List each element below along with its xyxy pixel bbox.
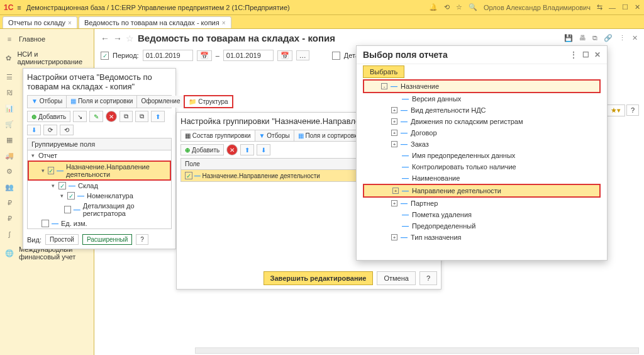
maximize-icon[interactable]: ☐: [622, 3, 628, 11]
field-row[interactable]: -—Назначение: [363, 79, 601, 93]
tree-row-ed[interactable]: —Ед. изм.: [28, 218, 171, 228]
maximize-icon[interactable]: ☐: [582, 50, 589, 59]
tab-close-icon[interactable]: ×: [68, 20, 72, 26]
field-row[interactable]: —Пометка удаления: [363, 209, 601, 220]
add-button[interactable]: ⊕Добавить: [180, 144, 224, 155]
forward-icon[interactable]: →: [113, 33, 122, 43]
tab-reports[interactable]: Отчеты по складу ×: [3, 16, 77, 28]
expand-icon[interactable]: +: [392, 188, 399, 194]
field-row[interactable]: —Наименование: [363, 172, 601, 184]
close-icon[interactable]: ✕: [594, 50, 601, 59]
copy2-button[interactable]: ⧉: [135, 111, 148, 122]
tab-composition[interactable]: ▦ Состав группировки: [181, 130, 255, 141]
done-button[interactable]: Завершить редактирование: [264, 271, 374, 285]
cancel-button[interactable]: Отмена: [377, 271, 415, 285]
more-icon[interactable]: ⋮: [619, 34, 626, 42]
advanced-mode-button[interactable]: Расширенный: [82, 234, 132, 245]
add-button[interactable]: ⊕Добавить: [27, 111, 70, 122]
copy-button[interactable]: ⧉: [119, 111, 133, 122]
expand-icon[interactable]: +: [391, 141, 397, 147]
tab-filters[interactable]: ▼ Отборы: [28, 96, 67, 108]
field-row[interactable]: —Версия данных: [363, 93, 601, 104]
help-button[interactable]: ?: [136, 234, 148, 245]
expand-icon[interactable]: +: [391, 107, 397, 113]
save-icon[interactable]: 💾: [564, 34, 573, 42]
close-icon[interactable]: ✕: [635, 3, 640, 11]
group-button[interactable]: ↘: [73, 111, 87, 122]
extra1-button[interactable]: ⟳: [43, 125, 57, 135]
more-icon[interactable]: ⋮: [570, 50, 577, 59]
period-select-icon[interactable]: …: [296, 50, 309, 60]
sidebar-item-nsi[interactable]: ✿НСИ и администрирование: [0, 47, 94, 69]
expand-icon[interactable]: +: [391, 118, 397, 125]
minimize-icon[interactable]: —: [609, 4, 616, 11]
dash-icon: —: [401, 106, 408, 114]
field-row[interactable]: +—Заказ: [363, 138, 601, 150]
field-row[interactable]: +—Договор: [363, 127, 601, 138]
help-button[interactable]: ?: [626, 104, 639, 116]
up-button[interactable]: ⬆: [151, 111, 165, 122]
field-row[interactable]: —Контролировать только наличие: [363, 161, 601, 172]
sidebar-item-main[interactable]: ≡Главное: [0, 31, 94, 47]
field-label: Пометка удаления: [412, 211, 472, 218]
tab-fields[interactable]: ▦ Поля и сортировки: [294, 130, 364, 141]
field-row[interactable]: +—Движения по складским регистрам: [363, 116, 601, 127]
expand-icon[interactable]: +: [391, 130, 397, 136]
expand-icon[interactable]: -: [381, 83, 387, 89]
search-icon[interactable]: 🔍: [469, 3, 477, 11]
tab-structure[interactable]: 📁 Структура: [184, 95, 233, 108]
fav-button[interactable]: ★▾: [606, 104, 625, 116]
field-row[interactable]: —Предопределенный: [363, 220, 601, 232]
tree-row-sklad[interactable]: ▾—Склад: [28, 181, 171, 191]
date-to-input[interactable]: 01.01.2019: [223, 50, 274, 61]
link-icon[interactable]: 🔗: [604, 34, 613, 42]
field-label: Договор: [411, 129, 437, 137]
bell-icon[interactable]: 🔔: [429, 3, 438, 11]
tab-close-icon[interactable]: ×: [222, 20, 226, 26]
print-icon[interactable]: 🖶: [579, 34, 586, 42]
more-icon[interactable]: ⇆: [597, 3, 602, 11]
delete-button[interactable]: ✕: [226, 144, 238, 155]
field-row[interactable]: —Имя предопределенных данных: [363, 150, 601, 161]
calendar-icon[interactable]: 📅: [197, 50, 212, 61]
expand-icon[interactable]: +: [391, 234, 397, 240]
user-label[interactable]: Орлов Александр Владимирович: [484, 4, 591, 11]
fav-icon[interactable]: ☆: [126, 33, 134, 43]
row-checkbox[interactable]: [185, 172, 192, 179]
edit-button[interactable]: ✎: [89, 111, 103, 122]
star-icon[interactable]: ☆: [456, 3, 462, 11]
field-row[interactable]: +—Тип назначения: [363, 232, 601, 243]
field-row[interactable]: +—Вид деятельности НДС: [363, 104, 601, 116]
tree-row-naznach[interactable]: ▾—Назначение.Направление деятельности: [28, 161, 171, 181]
expand-icon[interactable]: +: [391, 200, 397, 206]
tree-row-detal[interactable]: —Детализация до регистратора: [28, 201, 171, 218]
tab-design[interactable]: Оформление: [137, 96, 184, 108]
tab-filters[interactable]: ▼ Отборы: [255, 130, 294, 141]
extra2-button[interactable]: ⟲: [60, 125, 74, 135]
detail-checkbox[interactable]: [332, 52, 340, 60]
horizontal-scrollbar[interactable]: [195, 347, 639, 354]
back-icon[interactable]: ←: [101, 33, 109, 43]
delete-button[interactable]: ✕: [106, 111, 117, 122]
close-page-icon[interactable]: ✕: [632, 34, 638, 42]
app-logo: 1С: [4, 3, 13, 12]
copy-icon[interactable]: ⧉: [592, 34, 597, 42]
date-from-input[interactable]: 01.01.2019: [143, 50, 193, 61]
down-button[interactable]: ⬇: [257, 144, 270, 155]
select-button[interactable]: Выбрать: [363, 65, 404, 78]
page-title: Ведомость по товарам на складах - копия: [138, 33, 335, 43]
up-button[interactable]: ⬆: [240, 144, 254, 155]
menu-icon[interactable]: ≡: [17, 4, 21, 11]
history-icon[interactable]: ⟲: [444, 3, 450, 11]
tree-row-report[interactable]: ▾Отчет: [28, 150, 171, 161]
field-row[interactable]: +—Партнер: [363, 198, 601, 209]
help-button[interactable]: ?: [419, 271, 437, 285]
simple-mode-button[interactable]: Простой: [45, 234, 79, 245]
tab-vedomost[interactable]: Ведомость по товарам на складах - копия …: [79, 16, 231, 28]
field-row[interactable]: +—Направление деятельности: [363, 184, 601, 198]
calendar-icon[interactable]: 📅: [277, 50, 292, 61]
down-button[interactable]: ⬇: [27, 125, 41, 135]
tab-fields[interactable]: ▦ Поля и сортировки: [67, 96, 137, 108]
tree-row-nomen[interactable]: ▾—Номенклатура: [28, 191, 171, 201]
period-checkbox[interactable]: [101, 52, 109, 60]
